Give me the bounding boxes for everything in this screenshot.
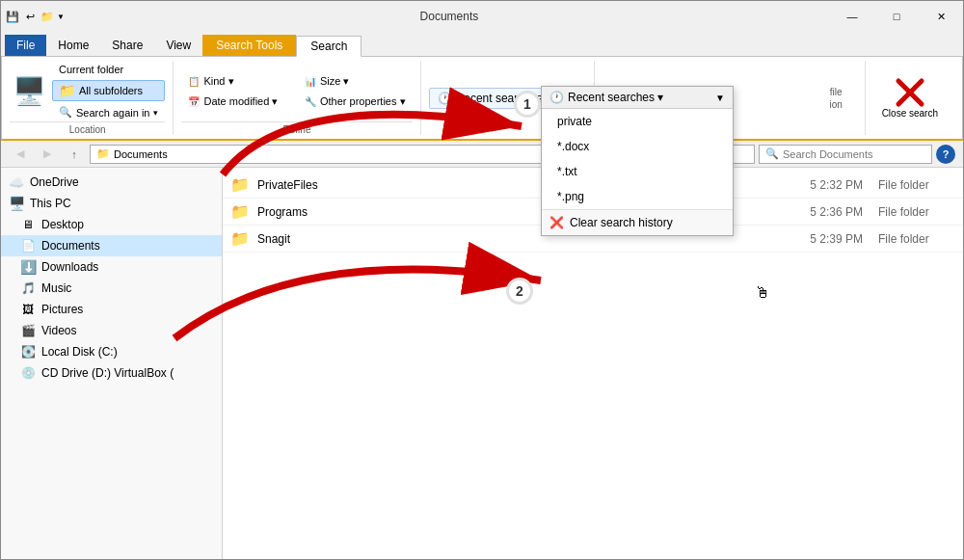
item-type: File folder — [878, 205, 955, 219]
nav-item-videos[interactable]: 🎬 Videos — [1, 320, 222, 341]
close-search-button[interactable]: Close search — [873, 72, 947, 124]
folder-icon: 📁 — [230, 229, 250, 248]
date-modified-label: Date modified ▾ — [203, 95, 278, 108]
kind-label: Kind ▾ — [203, 75, 233, 88]
clear-label: Clear search history — [570, 216, 673, 229]
ribbon-file-area: fileion — [808, 61, 866, 135]
tab-file[interactable]: File — [5, 35, 46, 56]
close-search-x-icon — [895, 77, 925, 108]
documents-icon: 📄 — [20, 238, 36, 253]
all-subfolders-button[interactable]: 📁 All subfolders — [52, 80, 165, 101]
save-location-label: fileion — [829, 87, 842, 110]
tab-search[interactable]: Search — [296, 36, 362, 57]
search-item-private[interactable]: private — [542, 109, 733, 134]
tab-share[interactable]: Share — [100, 35, 154, 56]
downloads-icon: ⬇️ — [20, 259, 36, 275]
quick-folder-icon[interactable]: 📁 — [40, 9, 55, 24]
nav-item-cd-drive[interactable]: 💿 CD Drive (D:) VirtualBox ( — [1, 362, 222, 384]
current-folder-button[interactable]: Current folder — [52, 61, 165, 78]
up-button[interactable]: ↑ — [63, 143, 86, 166]
search-again-button[interactable]: 🔍 Search again in ▾ — [52, 103, 165, 121]
other-properties-button[interactable]: 🔧 Other properties ▾ — [298, 93, 413, 111]
clear-search-history-button[interactable]: ❌ Clear search history — [542, 209, 733, 235]
step-2-circle: 2 — [506, 278, 533, 305]
search-item-docx[interactable]: *.docx — [542, 134, 733, 159]
recent-searches-dropdown: 🕐 Recent searches ▾ ▼ private *.docx *.t… — [541, 86, 734, 236]
folder-icon: 📁 — [230, 175, 250, 194]
window-title: Documents — [68, 10, 830, 23]
kind-button[interactable]: 📋 Kind ▾ — [181, 72, 296, 91]
minimize-button[interactable]: — — [830, 1, 874, 32]
nav-item-documents[interactable]: 📄 Documents — [1, 235, 222, 256]
recent-searches-clock-icon: 🕐 — [549, 91, 564, 104]
clear-icon: ❌ — [549, 216, 564, 229]
close-search-label: Close search — [882, 108, 938, 120]
navigation-pane: ☁️ OneDrive 🖥️ This PC 🖥 Desktop 📄 Docum… — [1, 168, 223, 560]
step-1-circle: 1 — [514, 91, 541, 118]
size-label: Size ▾ — [320, 75, 349, 88]
item-type: File folder — [878, 178, 955, 192]
this-pc-large-icon: 🖥️ — [10, 72, 48, 111]
help-button[interactable]: ? — [936, 145, 955, 164]
cd-drive-icon: 💿 — [20, 365, 36, 381]
ribbon-group-refine: 📋 Kind ▾ 📊 Size ▾ 📅 Date modified ▾ 🔧 Ot… — [174, 61, 420, 135]
local-disk-icon: 💽 — [20, 344, 36, 360]
onedrive-icon: ☁️ — [9, 174, 24, 190]
search-item-txt[interactable]: *.txt — [542, 159, 733, 184]
forward-button[interactable]: ▶ — [36, 143, 59, 166]
ribbon-group-location: 🖥️ Current folder 📁 All subfolders 🔍 Sea… — [10, 61, 174, 135]
window-controls: — □ ✕ — [830, 1, 963, 32]
ribbon-group-close-search: Close search — [866, 61, 954, 135]
dropdown-arrow-icon[interactable]: ▼ — [57, 13, 65, 21]
item-date: 5 2:39 PM — [810, 232, 863, 246]
location-group-label: Location — [10, 121, 165, 135]
tab-home[interactable]: Home — [46, 35, 100, 56]
videos-icon: 🎬 — [20, 323, 36, 338]
refine-group-label: Refine — [181, 121, 412, 135]
pictures-icon: 🖼 — [20, 302, 36, 317]
desktop-icon: 🖥 — [20, 217, 36, 232]
all-subfolders-label: All subfolders — [79, 85, 143, 96]
size-button[interactable]: 📊 Size ▾ — [298, 72, 413, 91]
folder-icon: 📁 — [230, 202, 250, 221]
other-props-label: Other properties ▾ — [320, 95, 406, 108]
back-button[interactable]: ◀ — [9, 143, 32, 166]
search-item-png[interactable]: *.png — [542, 184, 733, 209]
close-button[interactable]: ✕ — [919, 1, 963, 32]
item-type: File folder — [878, 232, 955, 246]
search-again-label: Search again in — [76, 107, 149, 119]
dropdown-header-label: Recent searches ▾ — [568, 91, 711, 104]
nav-item-downloads[interactable]: ⬇️ Downloads — [1, 256, 222, 278]
nav-item-onedrive[interactable]: ☁️ OneDrive — [1, 172, 222, 193]
nav-item-pictures[interactable]: 🖼 Pictures — [1, 299, 222, 320]
quick-undo-icon[interactable]: ↩ — [22, 9, 38, 24]
maximize-button[interactable]: □ — [874, 1, 919, 32]
nav-item-music[interactable]: 🎵 Music — [1, 278, 222, 299]
nav-item-this-pc[interactable]: 🖥️ This PC — [1, 193, 222, 214]
tab-view[interactable]: View — [154, 35, 202, 56]
dropdown-header-row[interactable]: 🕐 Recent searches ▾ ▼ — [542, 87, 733, 109]
quick-save-icon[interactable]: 💾 — [5, 9, 20, 24]
address-path: Documents — [114, 148, 168, 160]
search-box[interactable]: 🔍 — [759, 145, 932, 164]
item-date: 5 2:36 PM — [810, 205, 863, 219]
nav-item-local-disk[interactable]: 💽 Local Disk (C:) — [1, 341, 222, 362]
search-input[interactable] — [783, 148, 925, 160]
date-modified-button[interactable]: 📅 Date modified ▾ — [181, 93, 296, 111]
music-icon: 🎵 — [20, 280, 36, 296]
dropdown-arrow: ▼ — [715, 93, 725, 103]
tab-search-tools[interactable]: Search Tools — [202, 35, 296, 56]
nav-item-desktop[interactable]: 🖥 Desktop — [1, 214, 222, 235]
search-box-icon: 🔍 — [765, 147, 779, 160]
item-date: 5 2:32 PM — [810, 178, 863, 192]
computer-icon: 🖥️ — [9, 196, 24, 211]
